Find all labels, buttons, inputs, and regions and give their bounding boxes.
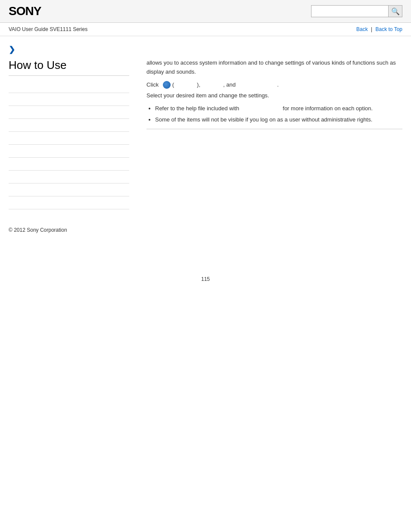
sidebar-link-6[interactable]	[9, 148, 10, 154]
back-to-top-link[interactable]: Back to Top	[376, 26, 402, 32]
list-item	[9, 132, 129, 145]
sidebar-link-10[interactable]	[9, 200, 10, 206]
guide-title: VAIO User Guide SVE1111 Series	[9, 26, 87, 32]
breadcrumb-area: ❯	[0, 36, 411, 59]
notes-list: Refer to the help file included with for…	[146, 104, 402, 124]
list-item	[9, 119, 129, 132]
sidebar-link-9[interactable]	[9, 187, 10, 193]
sidebar-link-2[interactable]	[9, 96, 10, 103]
click-paren-open: (	[172, 81, 174, 88]
intro-paragraph: allows you to access system information …	[146, 59, 402, 77]
sidebar-link-1[interactable]	[9, 84, 10, 90]
click-link-3[interactable]	[239, 81, 277, 88]
sub-header: VAIO User Guide SVE1111 Series Back | Ba…	[0, 23, 411, 36]
sidebar-links	[9, 80, 129, 209]
page-number: 115	[0, 276, 411, 291]
list-item	[9, 80, 129, 93]
sidebar: How to Use	[9, 59, 138, 209]
sidebar-link-5[interactable]	[9, 135, 10, 141]
select-instruction: Select your desired item and change the …	[146, 92, 402, 99]
chevron-icon[interactable]: ❯	[9, 45, 15, 54]
list-item	[9, 184, 129, 196]
list-item	[9, 93, 129, 106]
sidebar-link-7[interactable]	[9, 161, 10, 167]
list-item	[9, 158, 129, 171]
note2-text: Some of the items will not be visible if…	[155, 116, 372, 123]
list-item	[9, 196, 129, 209]
nav-links: Back | Back to Top	[356, 26, 402, 32]
page-header: SONY 🔍	[0, 0, 411, 23]
click-link-1[interactable]	[177, 81, 196, 88]
sidebar-link-8[interactable]	[9, 174, 10, 180]
list-item	[9, 145, 129, 158]
list-item	[9, 171, 129, 184]
search-button[interactable]: 🔍	[389, 5, 402, 17]
content-area: allows you to access system information …	[138, 59, 402, 209]
notes-section: Refer to the help file included with for…	[146, 104, 402, 124]
search-area: 🔍	[311, 5, 402, 17]
note1-link[interactable]	[242, 105, 280, 112]
sony-logo: SONY	[9, 4, 41, 18]
list-item	[9, 106, 129, 119]
copyright-text: © 2012 Sony Corporation	[9, 227, 67, 233]
main-content: How to Use	[0, 59, 411, 209]
globe-icon	[163, 81, 171, 89]
note-item-1: Refer to the help file included with for…	[155, 104, 402, 113]
click-suffix: .	[277, 81, 279, 88]
sidebar-heading: How to Use	[9, 59, 129, 76]
section-divider	[146, 129, 402, 129]
click-link-2[interactable]	[204, 81, 222, 88]
page-footer: © 2012 Sony Corporation	[0, 209, 411, 242]
search-icon: 🔍	[391, 7, 400, 16]
click-paren-close: ),	[197, 81, 200, 88]
note-item-2: Some of the items will not be visible if…	[155, 115, 402, 124]
search-input[interactable]	[311, 5, 389, 17]
note1-mid-text: for more information on each option.	[283, 105, 373, 112]
sidebar-link-4[interactable]	[9, 122, 10, 128]
click-and: , and	[223, 81, 236, 88]
back-link[interactable]: Back	[356, 26, 368, 32]
sidebar-link-3[interactable]	[9, 109, 10, 115]
nav-separator: |	[371, 26, 372, 32]
note1-text: Refer to the help file included with	[155, 105, 239, 112]
intro-text: allows you to access system information …	[146, 59, 396, 75]
click-instruction-row: Click ( ), , and .	[146, 81, 402, 89]
click-label: Click	[146, 81, 159, 88]
